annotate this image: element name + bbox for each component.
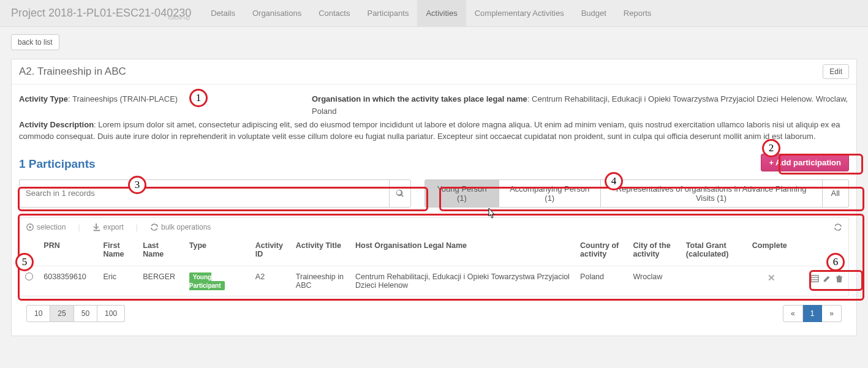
delete-icon[interactable] — [835, 272, 843, 282]
col-header[interactable]: Activity ID — [251, 236, 291, 266]
col-header[interactable]: First Name — [98, 236, 138, 266]
cursor-pointer-icon — [486, 208, 496, 221]
table-body: 6038359610EricBERGERYoung ParticipantA2T… — [20, 266, 848, 296]
bulk-tool[interactable]: bulk operations — [150, 223, 211, 231]
table-wrap: PRNFirst NameLast NameTypeActivity IDAct… — [19, 236, 849, 296]
callout-6: 6 — [826, 253, 845, 271]
col-header[interactable]: Total Grant (calculated) — [681, 236, 747, 266]
page-body: back to list A2. Traineeship in ABC Edit… — [0, 27, 868, 344]
nav-tab-participants[interactable]: Participants — [358, 0, 417, 26]
nav-tab-contacts[interactable]: Contacts — [310, 0, 358, 26]
refresh-button[interactable] — [834, 223, 842, 232]
activity-info-block: Activity Type: Traineeships (TRAIN-PLACE… — [12, 84, 856, 157]
separator: | — [136, 223, 138, 231]
col-header[interactable]: Activity Title — [291, 236, 350, 266]
edit-icon[interactable] — [823, 272, 831, 282]
selection-label: selection — [37, 223, 66, 231]
nav-tabs: DetailsOrganisationsContactsParticipants… — [202, 0, 660, 26]
callout-2: 2 — [762, 139, 780, 157]
col-header[interactable]: Host Organisation Legal Name — [350, 236, 575, 266]
view-icon[interactable] — [810, 272, 819, 282]
row-actions — [796, 266, 848, 296]
table-row: 6038359610EricBERGERYoung ParticipantA2T… — [20, 266, 848, 296]
activity-panel: A2. Traineeship in ABC Edit Activity Typ… — [11, 59, 857, 336]
selection-tool[interactable]: selection — [26, 223, 66, 231]
activity-title: A2. Traineeship in ABC — [19, 66, 126, 78]
filter-accompanying-person-1-[interactable]: Accompanying Person (1) — [499, 179, 601, 208]
cell-country: Poland — [575, 266, 628, 296]
activity-desc-row: Activity Description: Lorem ipsum dolor … — [19, 119, 849, 143]
cell-activity-id: A2 — [251, 266, 291, 296]
table-header-row: PRNFirst NameLast NameTypeActivity IDAct… — [20, 236, 848, 266]
page-size-group: 102550100 — [26, 305, 125, 322]
cell-first-name: Eric — [98, 266, 138, 296]
page-size-25[interactable]: 25 — [50, 305, 74, 322]
filter-all[interactable]: All — [823, 179, 849, 208]
search-group — [19, 179, 411, 208]
cell-activity-title: Traineeship in ABC — [291, 266, 350, 296]
cell-city: Wroclaw — [628, 266, 681, 296]
activity-type-label: Activity Type — [19, 94, 68, 103]
nav-tab-budget[interactable]: Budget — [573, 0, 615, 26]
col-header[interactable]: Type — [184, 236, 251, 266]
prev-page-button[interactable]: « — [783, 305, 803, 322]
panel-header: A2. Traineeship in ABC Edit — [12, 59, 856, 84]
refresh-icon — [834, 223, 842, 231]
current-page-button[interactable]: 1 — [803, 305, 823, 322]
pagination-row: 102550100 « 1 » — [12, 296, 856, 336]
table-toolbar: selection | export | bulk operations — [19, 217, 849, 237]
col-header[interactable]: City of the activity — [628, 236, 681, 266]
cell-total-grant — [681, 266, 747, 296]
nav-tab-reports[interactable]: Reports — [615, 0, 660, 26]
refresh-icon — [150, 223, 159, 231]
filter-toggle-group: Young Person (1)Accompanying Person (1)R… — [425, 179, 849, 208]
page-size-100[interactable]: 100 — [97, 305, 125, 322]
target-icon — [26, 223, 34, 231]
next-page-button[interactable]: » — [822, 305, 842, 322]
filter-representatives-of-organisations-in-advance-planning-visits-1-[interactable]: Representatives of organisations in Adva… — [601, 179, 823, 208]
col-header[interactable]: Complete — [747, 236, 796, 266]
filter-young-person-1-[interactable]: Young Person (1) — [425, 179, 499, 208]
nav-tab-details[interactable]: Details — [202, 0, 244, 26]
cell-last-name: BERGER — [138, 266, 184, 296]
project-subtitle: follow-up — [168, 15, 190, 21]
search-input[interactable] — [19, 179, 389, 208]
nav-tab-activities[interactable]: Activities — [417, 0, 466, 26]
participants-table: PRNFirst NameLast NameTypeActivity IDAct… — [20, 236, 848, 296]
nav-tab-complementary-activities[interactable]: Complementary Activities — [466, 0, 573, 26]
callout-3: 3 — [128, 176, 146, 194]
cell-prn: 6038359610 — [39, 266, 98, 296]
svg-rect-2 — [811, 275, 818, 282]
search-icon — [396, 189, 404, 198]
col-header[interactable]: PRN — [39, 236, 98, 266]
project-title: Project 2018-1-PL01-ESC21-040230 follow-… — [11, 7, 191, 20]
type-badge: Young Participant — [189, 272, 225, 290]
export-tool[interactable]: export — [92, 223, 124, 231]
top-navbar: Project 2018-1-PL01-ESC21-040230 follow-… — [0, 0, 868, 27]
export-label: export — [104, 223, 124, 231]
project-title-text: Project 2018-1-PL01-ESC21-040230 — [11, 7, 191, 19]
callout-5: 5 — [15, 253, 34, 271]
back-to-list-button[interactable]: back to list — [11, 34, 59, 50]
cell-host-org: Centrum Rehabilitacji, Edukacji i Opieki… — [350, 266, 575, 296]
activity-org-row: Organisation in which the activity takes… — [312, 93, 849, 117]
activity-type-value: Traineeships (TRAIN-PLACE) — [72, 94, 178, 103]
col-header[interactable]: Last Name — [138, 236, 184, 266]
participants-heading: 1 Participants — [12, 157, 856, 171]
download-icon — [92, 223, 101, 231]
page-size-10[interactable]: 10 — [26, 305, 50, 322]
cell-type: Young Participant — [184, 266, 251, 296]
callout-4: 4 — [605, 172, 623, 190]
col-header[interactable]: Country of activity — [575, 236, 628, 266]
row-select-radio[interactable] — [25, 272, 33, 280]
page-size-50[interactable]: 50 — [74, 305, 97, 322]
separator: | — [78, 223, 80, 231]
svg-point-1 — [29, 226, 31, 228]
search-button[interactable] — [389, 179, 411, 208]
page-nav-group: « 1 » — [783, 305, 842, 322]
activity-desc-label: Activity Description — [19, 120, 94, 129]
nav-tab-organisations[interactable]: Organisations — [244, 0, 310, 26]
activity-desc-value: Lorem ipsum dolor sit amet, consectetur … — [19, 120, 840, 141]
edit-button[interactable]: Edit — [823, 64, 849, 79]
activity-org-label: Organisation in which the activity takes… — [312, 94, 527, 103]
